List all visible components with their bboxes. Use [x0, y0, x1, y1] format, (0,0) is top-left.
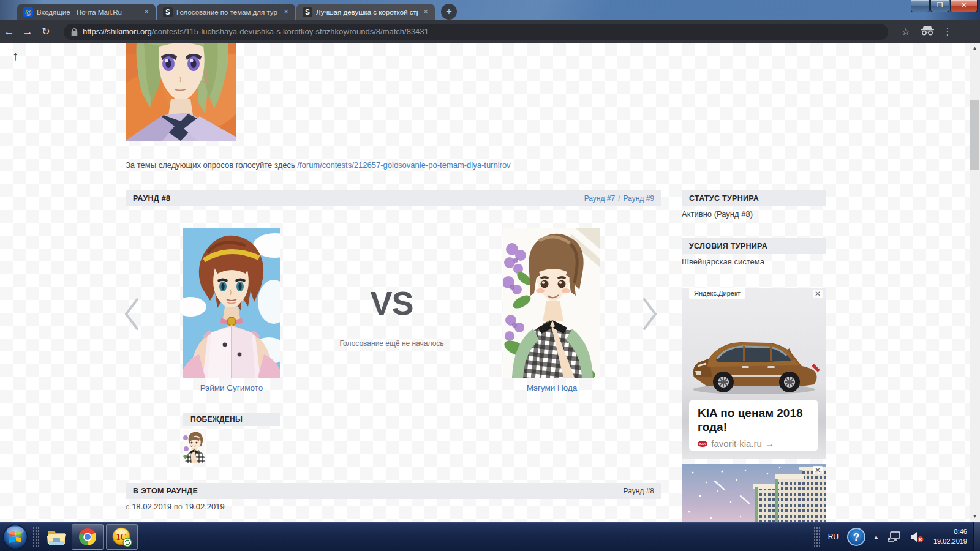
kia-ad-banner[interactable]: Яндекс.Директ ✕ KIA по ценам 2018 года! …	[682, 288, 826, 459]
vs-label: VS	[280, 287, 503, 320]
tab-strip: @ Входящие - Почта Mail.Ru ✕ S Голосован…	[17, 4, 457, 20]
intro-text: За темы следующих опросов голосуйте здес…	[126, 160, 297, 170]
shikimori-favicon-icon: S	[303, 7, 312, 17]
toolbar-right: ☆ ⋮	[895, 26, 957, 38]
date-from-label: с	[126, 502, 132, 511]
defeated-header-bar: ПОБЕЖДЕНЫ	[183, 413, 280, 426]
right-contestant-image[interactable]	[503, 228, 600, 378]
round-links-separator: /	[618, 194, 620, 203]
desktop-screen: @ Входящие - Почта Mail.Ru ✕ S Голосован…	[0, 0, 980, 551]
page-scrollbar[interactable]: ▲ ▼	[970, 43, 980, 522]
tournament-terms-title: УСЛОВИЯ ТУРНИРА	[689, 242, 767, 250]
tournament-status-header: СТАТУС ТУРНИРА	[682, 190, 826, 206]
tray-expand-icon[interactable]: ▲	[873, 534, 879, 540]
shikimori-favicon-icon: S	[163, 7, 173, 17]
reload-button[interactable]: ↻	[37, 26, 55, 37]
tournament-status-value: Активно (Раунд #8)	[682, 209, 753, 219]
right-contestant-card: Мэгуми Нода	[503, 228, 600, 393]
tab-title: Голосование по темам для тур	[176, 9, 278, 16]
window-restore-button[interactable]: ❐	[930, 0, 949, 12]
start-button[interactable]	[2, 523, 29, 550]
window-controls: – ❐ ✕	[910, 0, 978, 12]
forum-voting-link[interactable]: /forum/contests/212657-golosovanie-po-te…	[297, 160, 510, 170]
language-indicator[interactable]: RU	[828, 533, 839, 541]
help-icon[interactable]: ?	[847, 528, 865, 546]
window-close-button[interactable]: ✕	[950, 0, 978, 12]
forward-button[interactable]: →	[18, 26, 37, 38]
tab-title: Входящие - Почта Mail.Ru	[37, 9, 138, 16]
date-to: 19.02.2019	[185, 502, 225, 511]
url-path: /contests/115-luchshaya-devushka-s-korot…	[152, 27, 429, 36]
kia-car-image	[685, 326, 823, 398]
window-minimize-button[interactable]: –	[911, 0, 930, 12]
right-contestant-name-link[interactable]: Мэгуми Нода	[527, 383, 578, 392]
scrollbar-up-arrow[interactable]: ▲	[970, 43, 980, 53]
tournament-terms-header: УСЛОВИЯ ТУРНИРА	[682, 238, 826, 254]
date-to-label: по	[172, 502, 185, 511]
realty-ad-banner[interactable]: ✕	[682, 464, 826, 522]
scrollbar-thumb[interactable]	[970, 100, 979, 170]
browser-titlebar: @ Входящие - Почта Mail.Ru ✕ S Голосован…	[0, 0, 980, 20]
mailru-favicon-icon: @	[23, 7, 33, 17]
left-contestant-card: Рэйми Сугимото	[183, 228, 280, 393]
prev-round-link[interactable]: Раунд #7	[584, 194, 615, 203]
url-host: https://shikimori.org	[83, 27, 152, 36]
address-bar[interactable]: https://shikimori.org/contests/115-luchs…	[64, 24, 888, 40]
left-contestant-name-link[interactable]: Рэйми Сугимото	[200, 383, 263, 392]
new-tab-button[interactable]: +	[441, 4, 457, 20]
chrome-taskbar-button[interactable]	[72, 524, 104, 550]
scroll-to-top-button[interactable]: ↑	[12, 49, 18, 63]
realty-ad-image	[682, 464, 826, 522]
scrollbar-down-arrow[interactable]: ▼	[970, 511, 980, 522]
left-contestant-image[interactable]	[183, 228, 280, 378]
tournament-status-title: СТАТУС ТУРНИРА	[689, 194, 759, 203]
one-c-taskbar-button[interactable]: 1С	[106, 524, 138, 550]
yandex-direct-label[interactable]: Яндекс.Директ	[689, 288, 745, 299]
file-explorer-button[interactable]	[47, 528, 66, 546]
vote-status-text: Голосование ещё не началось	[280, 339, 503, 348]
browser-menu-icon[interactable]: ⋮	[938, 26, 957, 37]
round-title: РАУНД #8	[133, 194, 170, 203]
this-round-title: В ЭТОМ РАУНДЕ	[133, 487, 198, 495]
kia-logo-icon: KIA	[698, 441, 707, 447]
tab-close-icon[interactable]: ✕	[282, 8, 290, 16]
volume-muted-icon[interactable]	[910, 531, 924, 543]
next-match-chevron[interactable]	[641, 297, 659, 331]
tab-title: Лучшая девушка с короткой стр	[316, 9, 418, 16]
hero-character-image[interactable]	[126, 43, 236, 141]
defeated-title: ПОБЕЖДЕНЫ	[190, 415, 243, 424]
tournament-terms-value: Швейцарская система	[682, 257, 764, 266]
kia-ad-card[interactable]: KIA по ценам 2018 года! KIA favorit-kia.…	[689, 400, 818, 451]
page-content: ↑	[0, 43, 970, 522]
tab-close-icon[interactable]: ✕	[142, 8, 151, 16]
kia-ad-close-icon[interactable]: ✕	[813, 290, 823, 298]
kia-ad-title: KIA по ценам 2018 года!	[698, 406, 810, 434]
lock-icon[interactable]	[71, 28, 78, 36]
taskbar-grip	[813, 527, 820, 547]
incognito-icon	[916, 26, 938, 38]
next-round-link[interactable]: Раунд #9	[624, 194, 654, 203]
clock-time: 8:46	[933, 527, 967, 537]
this-round-badge: Раунд #8	[624, 487, 654, 495]
network-icon[interactable]	[888, 531, 901, 543]
bookmark-star-icon[interactable]: ☆	[895, 26, 916, 37]
tab-mailru-inbox[interactable]: @ Входящие - Почта Mail.Ru ✕	[17, 4, 156, 20]
kia-ad-link[interactable]: KIA favorit-kia.ru →	[698, 438, 810, 449]
vs-block: VS Голосование ещё не началось	[280, 287, 503, 348]
show-desktop-button[interactable]	[973, 522, 980, 551]
taskbar-clock[interactable]: 8:46 19.02.2019	[933, 527, 967, 547]
previous-match-chevron[interactable]	[123, 297, 141, 331]
tab-best-girl-contest[interactable]: S Лучшая девушка с короткой стр ✕	[296, 4, 435, 20]
tab-voting-topics[interactable]: S Голосование по темам для тур ✕	[157, 4, 295, 20]
kia-ad-url: favorit-kia.ru	[711, 438, 762, 449]
realty-ad-close-icon[interactable]: ✕	[813, 466, 823, 474]
this-round-header-bar: В ЭТОМ РАУНДЕ Раунд #8	[126, 483, 662, 499]
date-from: 18.02.2019	[132, 502, 172, 511]
tab-close-icon[interactable]: ✕	[421, 8, 430, 16]
defeated-thumbnail[interactable]	[183, 430, 205, 463]
round-header-bar: РАУНД #8 Раунд #7 / Раунд #9	[126, 190, 662, 206]
windows-taskbar: 1С RU ? ▲ 8:46 19.	[0, 522, 980, 551]
back-button[interactable]: ←	[0, 26, 18, 38]
clock-date: 19.02.2019	[933, 537, 967, 547]
kia-ad-arrow-icon: →	[765, 438, 774, 449]
